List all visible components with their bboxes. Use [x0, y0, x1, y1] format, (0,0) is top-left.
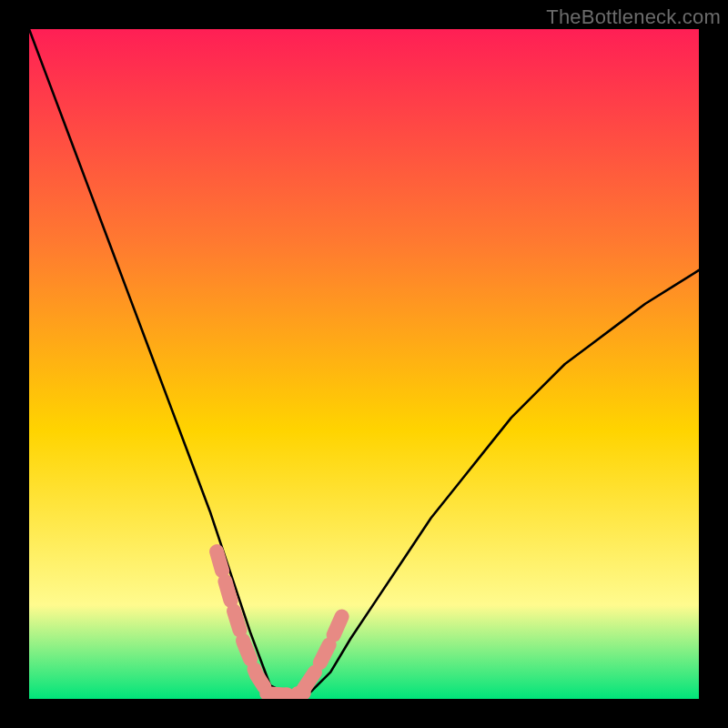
chart-frame: TheBottleneck.com — [0, 0, 728, 728]
plot-svg — [29, 29, 699, 699]
gradient-background — [29, 29, 699, 699]
watermark-text: TheBottleneck.com — [546, 5, 721, 29]
plot-area — [29, 29, 699, 699]
